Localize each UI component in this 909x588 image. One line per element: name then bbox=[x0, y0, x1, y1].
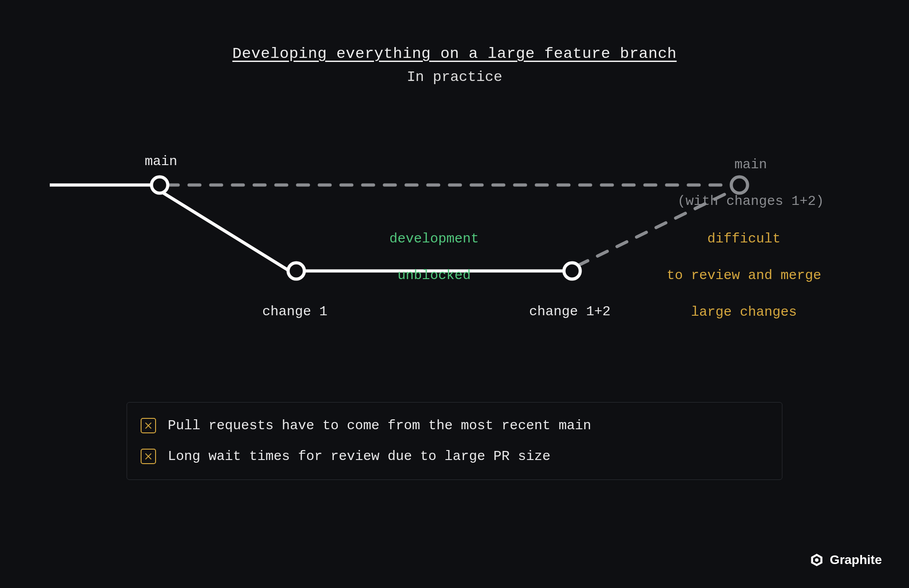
x-icon bbox=[141, 418, 156, 433]
svg-point-6 bbox=[288, 263, 304, 279]
summary-text-2: Long wait times for review due to large … bbox=[168, 449, 550, 464]
graphite-logo-icon bbox=[810, 553, 824, 567]
diagram-title: Developing everything on a large feature… bbox=[50, 45, 859, 62]
diagram-canvas: Developing everything on a large feature… bbox=[0, 0, 909, 588]
annotation-difficult-line2: to review and merge bbox=[667, 268, 821, 283]
title-block: Developing everything on a large feature… bbox=[50, 45, 859, 85]
label-change-1-2: change 1+2 bbox=[529, 303, 611, 321]
svg-point-11 bbox=[815, 558, 819, 562]
diagram-subtitle: In practice bbox=[50, 69, 859, 85]
label-main-future-line1: main bbox=[734, 157, 767, 172]
brand-name: Graphite bbox=[830, 553, 882, 567]
summary-box: Pull requests have to come from the most… bbox=[127, 402, 782, 480]
svg-line-2 bbox=[159, 190, 289, 271]
brand-mark: Graphite bbox=[810, 553, 882, 567]
annotation-dev-unblocked: development unblocked bbox=[375, 211, 493, 285]
annotation-dev-unblocked-line2: unblocked bbox=[398, 268, 471, 283]
annotation-difficult: difficult to review and merge large chan… bbox=[651, 211, 837, 321]
branch-diagram: main main (with changes 1+2) change 1 ch… bbox=[50, 113, 859, 366]
annotation-dev-unblocked-line1: development bbox=[389, 231, 479, 247]
summary-text-1: Pull requests have to come from the most… bbox=[168, 418, 591, 433]
label-main-future: main (with changes 1+2) bbox=[665, 137, 837, 210]
summary-row-1: Pull requests have to come from the most… bbox=[141, 418, 762, 433]
svg-point-5 bbox=[152, 177, 168, 193]
x-icon bbox=[141, 449, 156, 464]
label-change-1: change 1 bbox=[262, 303, 327, 321]
label-main-future-line2: (with changes 1+2) bbox=[677, 194, 824, 209]
annotation-difficult-line1: difficult bbox=[707, 231, 781, 247]
summary-row-2: Long wait times for review due to large … bbox=[141, 449, 762, 464]
annotation-difficult-line3: large changes bbox=[691, 304, 797, 320]
svg-point-7 bbox=[564, 263, 580, 279]
label-main: main bbox=[145, 152, 177, 171]
